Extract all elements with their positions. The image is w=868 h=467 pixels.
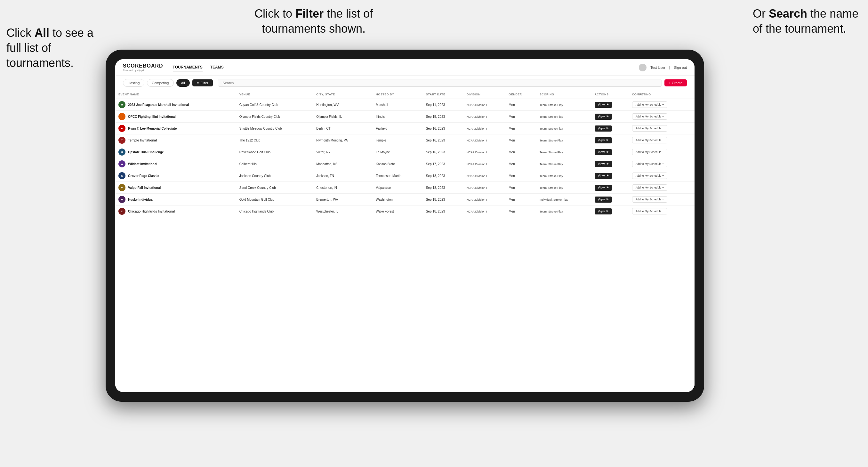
user-name: Test User	[650, 66, 665, 69]
cell-gender: Men	[505, 170, 536, 182]
view-label: View	[598, 174, 605, 178]
view-button[interactable]: View 👁	[595, 173, 612, 179]
cell-gender: Men	[505, 134, 536, 146]
eye-icon: 👁	[606, 174, 609, 177]
view-button[interactable]: View 👁	[595, 208, 612, 214]
cell-gender: Men	[505, 182, 536, 194]
tablet-frame: SCOREBOARD Powered by clippd TOURNAMENTS…	[105, 50, 704, 402]
cell-venue: Sand Creek Country Club	[236, 182, 313, 194]
cell-competing: Add to My Schedule +	[629, 182, 694, 194]
view-label: View	[598, 127, 605, 130]
add-to-schedule-button[interactable]: Add to My Schedule +	[632, 196, 667, 203]
tab-all[interactable]: All	[176, 79, 190, 87]
cell-start-date: Sep 18, 2023	[423, 170, 463, 182]
cell-venue: The 1912 Club	[236, 134, 313, 146]
nav-tournaments[interactable]: TOURNAMENTS	[173, 64, 203, 71]
cell-scoring: Team, Stroke Play	[536, 123, 591, 134]
cell-city-state: Westchester, IL	[313, 206, 373, 217]
add-to-schedule-button[interactable]: Add to My Schedule +	[632, 125, 667, 131]
view-label: View	[598, 162, 605, 166]
add-to-schedule-button[interactable]: Add to My Schedule +	[632, 161, 667, 167]
cell-venue: Chicago Highlands Club	[236, 206, 313, 217]
event-name-text: Temple Invitational	[128, 138, 157, 142]
cell-hosted-by: Illinois	[373, 111, 423, 123]
search-input[interactable]	[218, 79, 662, 87]
cell-division: NCAA Division I	[463, 99, 505, 111]
view-button[interactable]: View 👁	[595, 161, 612, 167]
cell-city-state: Berlin, CT	[313, 123, 373, 134]
add-label: Add to My Schedule +	[636, 127, 664, 130]
add-to-schedule-button[interactable]: Add to My Schedule +	[632, 149, 667, 155]
table-header: EVENT NAME VENUE CITY, STATE HOSTED BY S…	[115, 90, 694, 99]
add-to-schedule-button[interactable]: Add to My Schedule +	[632, 101, 667, 108]
view-button[interactable]: View 👁	[595, 196, 612, 203]
cell-start-date: Sep 18, 2023	[423, 182, 463, 194]
app-header: SCOREBOARD Powered by clippd TOURNAMENTS…	[115, 59, 694, 76]
cell-competing: Add to My Schedule +	[629, 134, 694, 146]
cell-city-state: Victor, NY	[313, 146, 373, 158]
view-button[interactable]: View 👁	[595, 114, 612, 120]
table-row: M 2023 Joe Feaganes Marshall Invitationa…	[115, 99, 694, 111]
tab-competing[interactable]: Competing	[147, 79, 174, 87]
view-button[interactable]: View 👁	[595, 149, 612, 155]
cell-actions: View 👁	[591, 170, 629, 182]
cell-actions: View 👁	[591, 194, 629, 206]
cell-city-state: Plymouth Meeting, PA	[313, 134, 373, 146]
cell-event-name: V Valpo Fall Invitational	[115, 182, 236, 194]
cell-start-date: Sep 11, 2023	[423, 99, 463, 111]
cell-hosted-by: Valparaiso	[373, 182, 423, 194]
cell-gender: Men	[505, 99, 536, 111]
team-logo: I	[118, 113, 125, 120]
table-row: U Upstate Dual Challenge Ravenwood Golf …	[115, 146, 694, 158]
cell-competing: Add to My Schedule +	[629, 206, 694, 217]
view-label: View	[598, 150, 605, 154]
cell-hosted-by: Temple	[373, 134, 423, 146]
cell-division: NCAA Division I	[463, 194, 505, 206]
tab-hosting[interactable]: Hosting	[123, 79, 144, 87]
team-logo: G	[118, 172, 125, 179]
add-to-schedule-button[interactable]: Add to My Schedule +	[632, 184, 667, 191]
add-label: Add to My Schedule +	[636, 150, 664, 154]
nav-teams[interactable]: TEAMS	[210, 64, 224, 71]
user-avatar	[639, 64, 647, 71]
cell-actions: View 👁	[591, 182, 629, 194]
cell-city-state: Huntington, WV	[313, 99, 373, 111]
cell-competing: Add to My Schedule +	[629, 146, 694, 158]
cell-venue: Colbert Hills	[236, 158, 313, 170]
header-divider: |	[669, 66, 670, 69]
add-to-schedule-button[interactable]: Add to My Schedule +	[632, 173, 667, 179]
event-name-text: 2023 Joe Feaganes Marshall Invitational	[128, 103, 189, 106]
cell-event-name: I OFCC Fighting Illini Invitational	[115, 111, 236, 123]
sign-out-link[interactable]: Sign out	[674, 66, 687, 69]
cell-start-date: Sep 16, 2023	[423, 123, 463, 134]
view-button[interactable]: View 👁	[595, 102, 612, 108]
cell-hosted-by: Kansas State	[373, 158, 423, 170]
add-to-schedule-button[interactable]: Add to My Schedule +	[632, 113, 667, 120]
annotation-top-center: Click to Filter the list of tournaments …	[224, 6, 403, 36]
tablet-screen: SCOREBOARD Powered by clippd TOURNAMENTS…	[115, 59, 694, 392]
table-row: I OFCC Fighting Illini Invitational Olym…	[115, 111, 694, 123]
add-to-schedule-button[interactable]: Add to My Schedule +	[632, 208, 667, 214]
view-button[interactable]: View 👁	[595, 125, 612, 131]
filter-label: Filter	[200, 81, 208, 85]
filter-button[interactable]: ≡ Filter	[192, 80, 213, 86]
col-scoring: SCORING	[536, 90, 591, 99]
view-label: View	[598, 103, 605, 106]
cell-actions: View 👁	[591, 123, 629, 134]
eye-icon: 👁	[606, 103, 609, 106]
view-button[interactable]: View 👁	[595, 137, 612, 144]
cell-competing: Add to My Schedule +	[629, 99, 694, 111]
eye-icon: 👁	[606, 150, 609, 154]
eye-icon: 👁	[606, 210, 609, 213]
cell-division: NCAA Division I	[463, 206, 505, 217]
cell-division: NCAA Division I	[463, 182, 505, 194]
view-button[interactable]: View 👁	[595, 185, 612, 191]
cell-actions: View 👁	[591, 146, 629, 158]
cell-venue: Guyan Golf & Country Club	[236, 99, 313, 111]
cell-gender: Men	[505, 123, 536, 134]
cell-event-name: W Wildcat Invitational	[115, 158, 236, 170]
create-button[interactable]: + Create	[664, 80, 687, 86]
team-logo: M	[118, 101, 125, 108]
add-to-schedule-button[interactable]: Add to My Schedule +	[632, 137, 667, 144]
cell-scoring: Team, Stroke Play	[536, 99, 591, 111]
